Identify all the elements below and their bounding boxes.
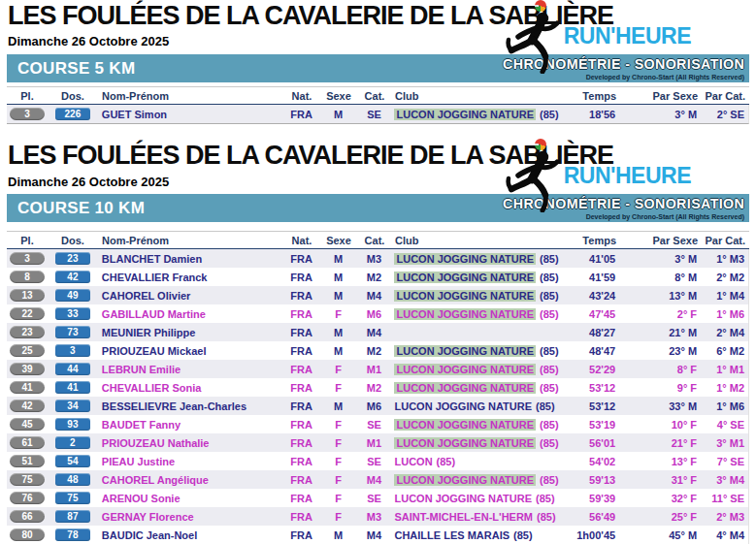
club-name: LUCON JOGGING NATURE: [394, 419, 536, 431]
sex-cell: M: [321, 290, 356, 302]
rank-by-cat-cell: 1° M6: [701, 400, 748, 412]
rank-by-sex-cell: 2° F: [627, 308, 701, 320]
runner-name: BLANCHET Damien: [98, 253, 282, 265]
rank-by-cat-cell: 2° M4: [701, 327, 748, 338]
club-region: (85): [437, 456, 456, 467]
club-region: (85): [540, 253, 559, 265]
club-region: (85): [536, 400, 555, 412]
category-cell: M2: [356, 272, 393, 283]
col-club: Club: [393, 235, 568, 246]
nationality-cell: FRA: [282, 511, 321, 523]
sex-cell: F: [321, 419, 356, 431]
place-badge: 42: [10, 400, 45, 412]
club-name: LUCON JOGGING NATURE: [394, 382, 536, 394]
club-region: (85): [540, 109, 559, 120]
club-name: SAINT-MICHEL-EN-L'HERM: [394, 511, 533, 523]
club-region: (85): [540, 437, 559, 449]
club-cell: SAINT-MICHEL-EN-L'HERM(85): [392, 511, 567, 523]
table-body: 3 23 BLANCHET Damien FRA M M3 LUCON JOGG…: [7, 249, 749, 544]
club-region: (85): [540, 345, 559, 357]
nationality-cell: FRA: [282, 493, 321, 504]
course-section-10km: LES FOULÉES DE LA CAVALERIE DE LA SABLIÈ…: [0, 136, 756, 544]
nationality-cell: FRA: [282, 308, 321, 320]
club-region: (85): [540, 272, 559, 283]
category-cell: M3: [356, 253, 393, 265]
rank-by-sex-cell: 13° M: [627, 290, 701, 302]
place-badge: 41: [10, 381, 45, 394]
category-cell: M6: [356, 308, 393, 320]
place-badge: 76: [10, 492, 45, 504]
col-par-sexe: Par Sexe: [628, 235, 702, 246]
club-name: LUCON JOGGING NATURE: [394, 437, 536, 449]
runner-name: PRIOUZEAU Mickael: [98, 345, 282, 357]
bib-badge: 2: [55, 436, 90, 449]
table-row: 3 23 BLANCHET Damien FRA M M3 LUCON JOGG…: [7, 249, 748, 268]
club-region: (85): [540, 290, 559, 302]
club-region: (85): [540, 382, 559, 394]
place-badge: 51: [10, 455, 45, 467]
sex-cell: F: [321, 308, 356, 320]
time-cell: 53'12: [567, 382, 627, 394]
col-dos: Dos.: [48, 235, 98, 246]
category-cell: SE: [356, 456, 393, 467]
category-cell: SE: [356, 493, 393, 504]
rank-by-cat-cell: 3° M1: [701, 437, 748, 449]
club-region: (85): [536, 493, 555, 504]
club-name: LUCON JOGGING NATURE: [394, 345, 536, 357]
club-cell: CHAILLE LES MARAIS(85): [392, 529, 567, 541]
col-club: Club: [393, 90, 568, 102]
club-name: LUCON JOGGING NATURE: [394, 290, 536, 302]
club-cell: LUCON JOGGING NATURE(85): [392, 474, 567, 486]
col-name: Nom-Prénom: [98, 90, 282, 102]
time-cell: 48'47: [567, 345, 627, 357]
bib-badge: 226: [55, 108, 90, 120]
bib-badge: 93: [55, 418, 90, 431]
bib-badge: 34: [55, 400, 90, 412]
category-cell: M3: [356, 511, 393, 523]
sex-cell: F: [321, 382, 356, 394]
brand-name: RUN'HEURE: [564, 163, 691, 189]
table-row: 8 42 CHEVALLIER Franck FRA M M2 LUCON JO…: [7, 268, 748, 286]
club-cell: LUCON JOGGING NATURE(85): [392, 382, 567, 394]
rank-by-cat-cell: 6° M2: [701, 345, 748, 357]
bib-badge: 48: [55, 473, 90, 486]
nationality-cell: FRA: [282, 109, 321, 120]
club-name: LUCON JOGGING NATURE: [394, 364, 536, 375]
rank-by-cat-cell: 1° M6: [701, 308, 748, 320]
club-cell: LUCON JOGGING NATURE(85): [392, 272, 567, 283]
table-row: 61 2 PRIOUZEAU Nathalie FRA F M1 LUCON J…: [7, 433, 748, 452]
club-name: LUCON JOGGING NATURE: [394, 493, 532, 504]
rank-by-sex-cell: 21° F: [627, 437, 701, 449]
place-badge: 3: [10, 108, 45, 120]
rank-by-cat-cell: 4° M4: [701, 529, 748, 541]
category-cell: SE: [356, 109, 393, 120]
bib-badge: 33: [55, 307, 90, 320]
time-cell: 43'24: [567, 290, 627, 302]
table-row: 51 54 PIEAU Justine FRA F SE LUCON(85) 5…: [7, 452, 748, 470]
table-row: 41 41 CHEVALLIER Sonia FRA F M2 LUCON JO…: [7, 378, 748, 397]
col-temps: Temps: [568, 235, 628, 246]
nationality-cell: FRA: [282, 529, 321, 541]
category-cell: M6: [356, 400, 393, 412]
course-section-5km: LES FOULÉES DE LA CAVALERIE DE LA SABLIÈ…: [0, 0, 756, 136]
rank-by-sex-cell: 25° F: [627, 511, 701, 523]
col-cat: Cat.: [356, 235, 393, 246]
category-cell: M4: [356, 290, 393, 302]
sex-cell: F: [321, 474, 356, 486]
col-pl: Pl.: [7, 235, 48, 246]
runner-name: GUET Simon: [98, 109, 282, 120]
time-cell: 1h00'45: [567, 529, 627, 541]
nationality-cell: FRA: [282, 419, 321, 431]
rank-by-cat-cell: 2° M2: [701, 272, 748, 283]
sex-cell: F: [321, 437, 356, 449]
club-name: LUCON JOGGING NATURE: [394, 253, 536, 265]
rank-by-sex-cell: 8° F: [627, 364, 701, 375]
olympic-ring-icon: [535, 0, 546, 12]
bib-badge: 42: [55, 271, 90, 283]
nationality-cell: FRA: [282, 437, 321, 449]
runner-name: MEUNIER Philippe: [98, 327, 282, 338]
course-title: COURSE 10 KM: [17, 194, 145, 222]
place-badge: 25: [10, 344, 45, 357]
club-region: (85): [537, 511, 556, 523]
table-row: 42 34 BESSELIEVRE Jean-Charles FRA M M6 …: [7, 397, 748, 415]
